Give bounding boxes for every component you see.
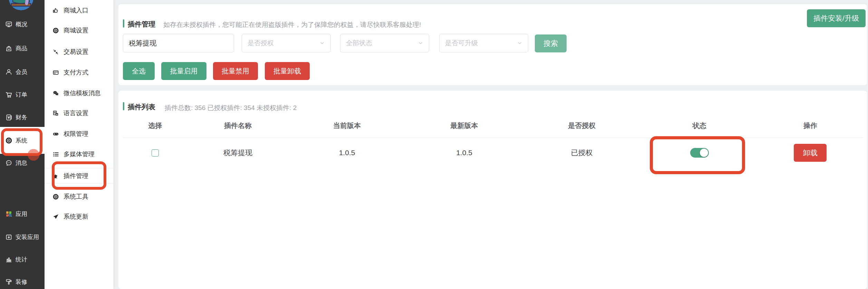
- submenu-item-plugin-manage[interactable]: 插件管理: [45, 168, 114, 183]
- list-title: 插件列表: [128, 102, 155, 112]
- submenu-item-label: 微信模板消息: [64, 89, 101, 97]
- avatar[interactable]: [9, 0, 33, 10]
- list-icon: [52, 151, 59, 158]
- status-toggle[interactable]: [690, 148, 709, 158]
- sidebar-item-label: 系统: [16, 137, 27, 144]
- submenu-item-wechat-template[interactable]: 微信模板消息: [45, 86, 114, 100]
- uninstall-button[interactable]: 卸载: [794, 144, 827, 162]
- plugin-stats: 插件总数: 356 已授权插件: 354 未授权插件: 2: [165, 103, 297, 112]
- col-header-select: 选择: [123, 114, 187, 138]
- puzzle-icon: [52, 172, 59, 179]
- admin-screen: 概况 商品 会员 订单 财务 系统 消息 应用: [0, 0, 868, 289]
- install-app-icon: [5, 233, 12, 241]
- message-icon: [5, 159, 12, 167]
- select-placeholder: 是否可升级: [445, 39, 478, 48]
- main-content: 插件管理 如存在未授权插件，您可能正在使用盗版插件，为了保障您的权益，请尽快联系…: [114, 0, 868, 289]
- submenu-item-label: 商城入口: [64, 6, 88, 14]
- sidebar-item-install-apps[interactable]: 安装应用: [0, 230, 45, 244]
- submenu-item-media[interactable]: 多媒体管理: [45, 147, 114, 161]
- sidebar-item-order[interactable]: 订单: [0, 88, 45, 101]
- chevron-down-icon: [418, 40, 423, 46]
- sidebar-item-label: 概况: [16, 20, 27, 28]
- wechat-icon: [52, 90, 59, 97]
- stats-icon: [5, 256, 12, 263]
- finance-icon: [5, 114, 12, 121]
- authorize-select[interactable]: 是否授权: [242, 34, 331, 52]
- submenu-item-label: 系统工具: [64, 192, 88, 201]
- sidebar-item-stats[interactable]: 统计: [0, 252, 45, 266]
- credit-card-icon: [52, 69, 59, 76]
- sidebar-item-message[interactable]: 消息: [0, 156, 45, 170]
- submenu-item-mall-settings[interactable]: 商城设置: [45, 23, 114, 37]
- col-header-status: 状态: [640, 114, 758, 138]
- sidebar-item-label: 安装应用: [16, 233, 39, 241]
- submenu-item-label: 插件管理: [64, 172, 88, 180]
- paper-plane-icon: [52, 213, 59, 220]
- sidebar-item-label: 统计: [16, 256, 27, 263]
- submenu-item-label: 权限管理: [64, 130, 88, 138]
- submenu-item-trade-settings[interactable]: 交易设置: [45, 45, 114, 59]
- batch-uninstall-button[interactable]: 批量卸载: [265, 62, 310, 80]
- plugin-manage-card: 插件管理 如存在未授权插件，您可能正在使用盗版插件，为了保障您的权益，请尽快联系…: [118, 4, 867, 85]
- sidebar-item-apps[interactable]: 应用: [0, 207, 45, 221]
- submenu-item-mall-entry[interactable]: 商城入口: [45, 3, 114, 17]
- gear-icon: [52, 193, 59, 200]
- submenu-item-label: 语言设置: [64, 109, 88, 117]
- submenu-item-label: 多媒体管理: [64, 150, 95, 158]
- submenu-item-language[interactable]: 语言设置: [45, 106, 114, 120]
- apps-icon: [5, 210, 12, 218]
- col-header-action: 操作: [758, 114, 862, 138]
- sidebar-item-label: 装修: [16, 278, 27, 286]
- chevron-down-icon: [517, 40, 522, 46]
- col-header-name: 插件名称: [187, 114, 288, 138]
- sidebar-item-label: 会员: [16, 68, 27, 76]
- sidebar-item-member[interactable]: 会员: [0, 65, 45, 79]
- submenu-item-label: 支付方式: [64, 68, 88, 77]
- submenu-item-permission[interactable]: 权限管理: [45, 127, 114, 141]
- submenu-item-label: 商城设置: [64, 26, 88, 34]
- sidebar-item-system[interactable]: 系统: [0, 127, 45, 154]
- submenu-item-system-tools[interactable]: 系统工具: [45, 190, 114, 203]
- page-title: 插件管理: [128, 20, 155, 29]
- select-placeholder: 是否授权: [248, 39, 274, 48]
- select-placeholder: 全部状态: [346, 39, 372, 48]
- upgrade-select[interactable]: 是否可升级: [439, 34, 528, 52]
- row-checkbox[interactable]: [152, 149, 159, 157]
- install-upgrade-button[interactable]: 插件安装/升级: [807, 9, 866, 27]
- sidebar-item-goods[interactable]: 商品: [0, 41, 45, 55]
- status-select[interactable]: 全部状态: [340, 34, 429, 52]
- search-button[interactable]: 搜索: [535, 34, 567, 52]
- col-header-authorized: 是否授权: [523, 114, 641, 138]
- submenu-item-system-update[interactable]: 系统更新: [45, 210, 114, 223]
- sidebar-item-label: 订单: [16, 91, 27, 99]
- chevron-down-icon: [319, 40, 325, 46]
- gamepad-icon: [52, 131, 59, 137]
- sidebar-item-finance[interactable]: 财务: [0, 110, 45, 124]
- current-version: 1.0.5: [289, 138, 405, 168]
- sidebar-item-overview[interactable]: 概况: [0, 17, 45, 31]
- thumb-up-icon: [52, 7, 59, 14]
- submenu-item-label: 交易设置: [64, 48, 88, 56]
- gear-icon: [52, 27, 59, 34]
- sidebar-item-label: 应用: [16, 210, 27, 218]
- plugin-search-input[interactable]: [123, 34, 234, 52]
- batch-disable-button[interactable]: 批量禁用: [213, 62, 258, 80]
- sidebar-item-label: 财务: [16, 113, 27, 121]
- title-accent-bar: [123, 102, 124, 110]
- select-all-button[interactable]: 全选: [123, 62, 155, 80]
- sidebar-item-label: 商品: [16, 44, 27, 52]
- plugin-table: 选择 插件名称 当前版本 最新版本 是否授权 状态 操作 税筹提现 1.0.5 …: [123, 114, 862, 168]
- order-icon: [5, 91, 12, 98]
- member-icon: [5, 68, 12, 76]
- col-header-latest-version: 最新版本: [405, 114, 523, 138]
- batch-enable-button[interactable]: 批量启用: [161, 62, 206, 80]
- plugin-list-card: 插件列表 插件总数: 356 已授权插件: 354 未授权插件: 2 选择 插件…: [118, 91, 867, 289]
- compress-arrows-icon: [52, 49, 59, 55]
- paint-roller-icon: [5, 278, 12, 286]
- title-accent-bar: [123, 19, 124, 28]
- authorized-badge: 已授权: [523, 138, 641, 168]
- sidebar-item-decorate[interactable]: 装修: [0, 275, 45, 289]
- language-icon: [52, 110, 59, 117]
- submenu-item-payment[interactable]: 支付方式: [45, 66, 114, 79]
- latest-version: 1.0.5: [405, 138, 523, 168]
